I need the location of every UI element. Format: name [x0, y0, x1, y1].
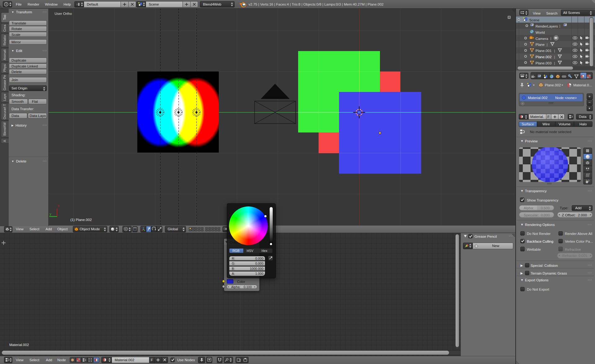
svg-text:y: y	[50, 212, 51, 216]
svg-text:x: x	[58, 204, 60, 207]
